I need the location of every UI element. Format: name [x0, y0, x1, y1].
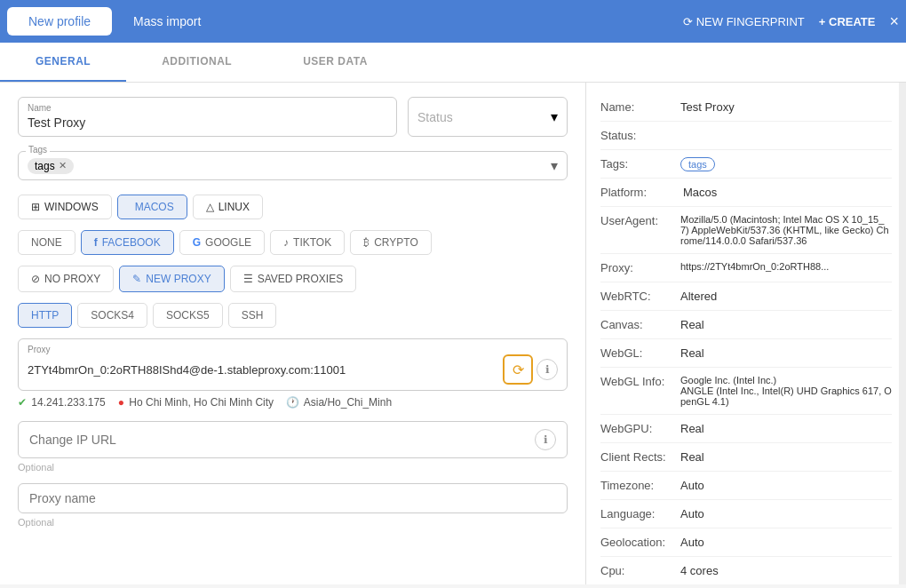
new-proxy-icon: ✎: [132, 273, 141, 285]
proxy-name-input[interactable]: [29, 491, 556, 505]
info-row-webgpu: WebGPU: Real: [600, 415, 892, 443]
new-profile-tab[interactable]: New profile: [7, 7, 112, 36]
chevron-down-icon: ▾: [551, 108, 558, 125]
name-input[interactable]: [28, 115, 387, 130]
info-icon-2: ℹ: [544, 433, 548, 446]
location-icon: ●: [118, 396, 124, 409]
no-proxy-icon: ⊘: [31, 273, 40, 285]
saved-proxies-icon: ☰: [243, 273, 253, 285]
site-btn-google[interactable]: G GOOGLE: [179, 230, 265, 255]
proxy-input-wrapper: Proxy ⟳ ℹ: [18, 338, 568, 391]
site-button-group: NONE f FACEBOOK G GOOGLE ♪ TIKTOK ₿ CRYP…: [18, 230, 568, 255]
tags-wrapper[interactable]: Tags tags ✕ ▾: [18, 151, 568, 180]
google-icon: G: [193, 236, 201, 249]
os-btn-linux[interactable]: △ LINUX: [193, 195, 263, 219]
info-row-language: Language: Auto: [600, 500, 892, 528]
change-ip-optional-label: Optional: [18, 462, 568, 473]
info-row-cpu: Cpu: 4 cores: [600, 557, 892, 584]
info-row-timezone: Timezone: Auto: [600, 472, 892, 500]
info-row-status: Status:: [600, 122, 892, 150]
site-btn-tiktok[interactable]: ♪ TIKTOK: [270, 230, 345, 255]
name-field-wrapper: Name: [18, 97, 397, 137]
linux-icon: △: [206, 201, 214, 213]
name-label: Name: [28, 103, 387, 113]
ip-info-row: ✔ 14.241.233.175 ● Ho Chi Minh, Ho Chi M…: [18, 396, 568, 409]
right-panel: Name: Test Proxy Status: Tags: tags Plat…: [586, 83, 906, 584]
proxy-refresh-button[interactable]: ⟳: [503, 354, 533, 385]
name-status-row: Name Status ▾: [18, 97, 568, 137]
mass-import-tab[interactable]: Mass import: [112, 7, 222, 36]
proxy-input[interactable]: [28, 363, 503, 377]
tags-dropdown-icon: ▾: [551, 157, 558, 174]
info-row-canvas: Canvas: Real: [600, 311, 892, 339]
new-fingerprint-button[interactable]: ⟳ NEW FINGERPRINT: [683, 15, 805, 28]
proxy-type-ssh[interactable]: SSH: [228, 303, 277, 328]
ip-location: Ho Chi Minh, Ho Chi Minh City: [129, 396, 274, 409]
info-row-proxy: Proxy: https://2TYt4bmrOn_0:2oRTH88...: [600, 254, 892, 282]
info-row-webgl-info: WebGL Info: Google Inc. (Intel Inc.)ANGL…: [600, 368, 892, 415]
header: New profile Mass import ⟳ NEW FINGERPRIN…: [0, 0, 906, 43]
site-btn-facebook[interactable]: f FACEBOOK: [81, 230, 174, 255]
proxy-type-http[interactable]: HTTP: [18, 303, 72, 328]
create-button[interactable]: + CREATE: [819, 15, 876, 28]
tab-general[interactable]: GENERAL: [0, 43, 126, 82]
refresh-icon: ⟳: [513, 362, 524, 378]
info-row-webrtc: WebRTC: Altered: [600, 282, 892, 311]
proxy-type-group: HTTP SOCKS4 SOCKS5 SSH: [18, 303, 568, 328]
facebook-icon: f: [94, 236, 98, 249]
info-row-geolocation: Geolocation: Auto: [600, 528, 892, 557]
main-content: Name Status ▾ Tags tags ✕ ▾ ⊞ WINDOWS: [0, 83, 906, 584]
no-proxy-button[interactable]: ⊘ NO PROXY: [18, 266, 114, 292]
close-button[interactable]: ×: [889, 12, 899, 31]
crypto-icon: ₿: [363, 236, 370, 249]
timezone-icon: 🕐: [286, 396, 299, 409]
proxy-name-optional-label: Optional: [18, 517, 568, 528]
left-panel: Name Status ▾ Tags tags ✕ ▾ ⊞ WINDOWS: [0, 83, 586, 584]
change-ip-input[interactable]: [29, 433, 535, 447]
tab-additional[interactable]: ADDITIONAL: [126, 43, 267, 82]
os-btn-windows[interactable]: ⊞ WINDOWS: [18, 195, 112, 219]
scrollbar-track[interactable]: [899, 83, 906, 584]
proxy-info-button[interactable]: ℹ: [536, 359, 558, 380]
tag-remove-button[interactable]: ✕: [59, 160, 67, 171]
proxy-type-socks4[interactable]: SOCKS4: [77, 303, 147, 328]
tag-chip: tags ✕: [28, 158, 74, 174]
proxy-source-group: ⊘ NO PROXY ✎ NEW PROXY ☰ SAVED PROXIES: [18, 266, 568, 292]
os-button-group: ⊞ WINDOWS MACOS △ LINUX: [18, 195, 568, 219]
saved-proxies-button[interactable]: ☰ SAVED PROXIES: [230, 266, 356, 292]
info-row-client-rects: Client Rects: Real: [600, 443, 892, 472]
tiktok-icon: ♪: [283, 236, 289, 249]
os-btn-macos[interactable]: MACOS: [117, 195, 187, 219]
change-ip-info-button[interactable]: ℹ: [535, 429, 556, 450]
info-row-name: Name: Test Proxy: [600, 93, 892, 122]
info-icon: ℹ: [545, 363, 550, 376]
status-placeholder: Status: [417, 110, 453, 124]
ip-status-icon: ✔: [18, 396, 27, 409]
info-row-tags: Tags: tags: [600, 150, 892, 179]
sub-tabs: GENERAL ADDITIONAL USER DATA: [0, 43, 906, 83]
ip-timezone: Asia/Ho_Chi_Minh: [304, 396, 392, 409]
status-select[interactable]: Status ▾: [408, 97, 568, 137]
tags-label: Tags: [26, 145, 50, 155]
scrollbar-thumb[interactable]: [899, 100, 906, 154]
site-btn-crypto[interactable]: ₿ CRYPTO: [350, 230, 432, 255]
change-ip-wrapper: ℹ: [18, 421, 568, 458]
ip-address: 14.241.233.175: [31, 396, 105, 409]
fingerprint-icon: ⟳: [683, 15, 693, 28]
windows-icon: ⊞: [31, 201, 40, 213]
site-btn-none[interactable]: NONE: [18, 230, 76, 255]
tags-badge: tags: [680, 157, 715, 171]
tag-label: tags: [35, 160, 55, 172]
info-row-webgl: WebGL: Real: [600, 339, 892, 368]
proxy-type-socks5[interactable]: SOCKS5: [153, 303, 223, 328]
info-row-useragent: UserAgent: Mozilla/5.0 (Macintosh; Intel…: [600, 207, 892, 254]
tab-user-data[interactable]: USER DATA: [267, 43, 403, 82]
info-row-platform: Platform: Macos: [600, 179, 892, 207]
proxy-name-wrapper: [18, 483, 568, 513]
new-proxy-button[interactable]: ✎ NEW PROXY: [119, 266, 224, 292]
proxy-input-label: Proxy: [28, 345, 558, 354]
